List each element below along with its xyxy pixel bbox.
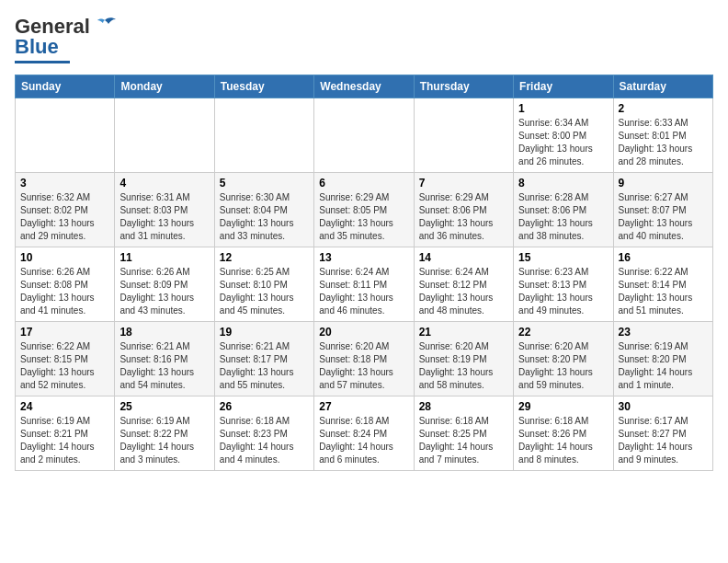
day-number: 19 xyxy=(220,326,309,339)
day-info: Sunrise: 6:26 AM Sunset: 8:09 PM Dayligh… xyxy=(119,266,209,317)
day-info: Sunrise: 6:32 AM Sunset: 8:02 PM Dayligh… xyxy=(20,191,109,243)
calendar-week-row: 17Sunrise: 6:22 AM Sunset: 8:15 PM Dayli… xyxy=(16,322,713,396)
calendar-cell: 4Sunrise: 6:31 AM Sunset: 8:03 PM Daylig… xyxy=(115,173,214,247)
calendar-header-saturday: Saturday xyxy=(613,75,712,98)
calendar-cell: 15Sunrise: 6:23 AM Sunset: 8:13 PM Dayli… xyxy=(514,247,613,322)
day-number: 21 xyxy=(419,326,508,339)
calendar-week-row: 1Sunrise: 6:34 AM Sunset: 8:00 PM Daylig… xyxy=(16,98,713,173)
day-info: Sunrise: 6:22 AM Sunset: 8:14 PM Dayligh… xyxy=(619,266,708,317)
calendar-header-thursday: Thursday xyxy=(414,75,513,98)
day-number: 4 xyxy=(119,177,209,190)
calendar-cell: 23Sunrise: 6:19 AM Sunset: 8:20 PM Dayli… xyxy=(613,322,712,396)
day-number: 6 xyxy=(319,177,408,190)
day-number: 23 xyxy=(619,326,708,339)
day-info: Sunrise: 6:33 AM Sunset: 8:01 PM Dayligh… xyxy=(619,117,708,168)
calendar-cell: 17Sunrise: 6:22 AM Sunset: 8:15 PM Dayli… xyxy=(16,322,115,396)
day-info: Sunrise: 6:19 AM Sunset: 8:22 PM Dayligh… xyxy=(119,415,209,466)
day-number: 27 xyxy=(319,400,408,413)
day-number: 25 xyxy=(119,400,209,413)
day-number: 24 xyxy=(20,400,109,413)
calendar-cell: 13Sunrise: 6:24 AM Sunset: 8:11 PM Dayli… xyxy=(314,247,414,322)
calendar-cell xyxy=(314,98,414,173)
day-info: Sunrise: 6:21 AM Sunset: 8:16 PM Dayligh… xyxy=(119,340,209,392)
day-info: Sunrise: 6:24 AM Sunset: 8:11 PM Dayligh… xyxy=(319,266,408,317)
calendar-cell: 30Sunrise: 6:17 AM Sunset: 8:27 PM Dayli… xyxy=(613,396,712,471)
day-number: 18 xyxy=(119,326,209,339)
calendar-cell: 14Sunrise: 6:24 AM Sunset: 8:12 PM Dayli… xyxy=(414,247,513,322)
calendar-cell: 28Sunrise: 6:18 AM Sunset: 8:25 PM Dayli… xyxy=(414,396,513,471)
day-number: 11 xyxy=(119,251,209,264)
day-info: Sunrise: 6:30 AM Sunset: 8:04 PM Dayligh… xyxy=(220,191,309,243)
day-number: 20 xyxy=(319,326,408,339)
calendar-cell: 24Sunrise: 6:19 AM Sunset: 8:21 PM Dayli… xyxy=(16,396,115,471)
logo-underline xyxy=(15,61,70,63)
calendar-week-row: 10Sunrise: 6:26 AM Sunset: 8:08 PM Dayli… xyxy=(16,247,713,322)
calendar-cell xyxy=(16,98,115,173)
calendar-cell: 8Sunrise: 6:28 AM Sunset: 8:06 PM Daylig… xyxy=(514,173,613,247)
calendar-cell: 10Sunrise: 6:26 AM Sunset: 8:08 PM Dayli… xyxy=(16,247,115,322)
calendar-week-row: 3Sunrise: 6:32 AM Sunset: 8:02 PM Daylig… xyxy=(16,173,713,247)
day-number: 29 xyxy=(518,400,608,413)
calendar-table: SundayMondayTuesdayWednesdayThursdayFrid… xyxy=(15,75,713,471)
day-number: 28 xyxy=(419,400,508,413)
day-number: 5 xyxy=(220,177,309,190)
day-info: Sunrise: 6:20 AM Sunset: 8:18 PM Dayligh… xyxy=(319,340,408,392)
calendar-cell xyxy=(214,98,313,173)
day-number: 22 xyxy=(518,326,608,339)
day-info: Sunrise: 6:19 AM Sunset: 8:21 PM Dayligh… xyxy=(20,415,109,466)
day-info: Sunrise: 6:27 AM Sunset: 8:07 PM Dayligh… xyxy=(619,191,708,243)
logo-blue: Blue xyxy=(15,35,59,59)
calendar-header-friday: Friday xyxy=(514,75,613,98)
calendar-cell xyxy=(115,98,214,173)
calendar-cell: 2Sunrise: 6:33 AM Sunset: 8:01 PM Daylig… xyxy=(613,98,712,173)
calendar-cell: 18Sunrise: 6:21 AM Sunset: 8:16 PM Dayli… xyxy=(115,322,214,396)
calendar-header-sunday: Sunday xyxy=(16,75,115,98)
day-info: Sunrise: 6:19 AM Sunset: 8:20 PM Dayligh… xyxy=(619,340,708,392)
calendar-cell xyxy=(414,98,513,173)
logo: General Blue xyxy=(15,15,118,63)
calendar-cell: 21Sunrise: 6:20 AM Sunset: 8:19 PM Dayli… xyxy=(414,322,513,396)
day-number: 2 xyxy=(619,102,708,115)
day-info: Sunrise: 6:22 AM Sunset: 8:15 PM Dayligh… xyxy=(20,340,109,392)
logo-bird-icon xyxy=(92,17,118,37)
day-number: 7 xyxy=(419,177,508,190)
calendar-cell: 1Sunrise: 6:34 AM Sunset: 8:00 PM Daylig… xyxy=(514,98,613,173)
calendar-cell: 6Sunrise: 6:29 AM Sunset: 8:05 PM Daylig… xyxy=(314,173,414,247)
day-number: 3 xyxy=(20,177,109,190)
calendar-cell: 3Sunrise: 6:32 AM Sunset: 8:02 PM Daylig… xyxy=(16,173,115,247)
calendar-cell: 7Sunrise: 6:29 AM Sunset: 8:06 PM Daylig… xyxy=(414,173,513,247)
day-info: Sunrise: 6:29 AM Sunset: 8:06 PM Dayligh… xyxy=(419,191,508,243)
day-info: Sunrise: 6:18 AM Sunset: 8:26 PM Dayligh… xyxy=(518,415,608,466)
day-info: Sunrise: 6:17 AM Sunset: 8:27 PM Dayligh… xyxy=(619,415,708,466)
day-number: 15 xyxy=(518,251,608,264)
calendar-cell: 11Sunrise: 6:26 AM Sunset: 8:09 PM Dayli… xyxy=(115,247,214,322)
day-info: Sunrise: 6:18 AM Sunset: 8:23 PM Dayligh… xyxy=(220,415,309,466)
day-info: Sunrise: 6:26 AM Sunset: 8:08 PM Dayligh… xyxy=(20,266,109,317)
calendar-cell: 5Sunrise: 6:30 AM Sunset: 8:04 PM Daylig… xyxy=(214,173,313,247)
calendar-cell: 22Sunrise: 6:20 AM Sunset: 8:20 PM Dayli… xyxy=(514,322,613,396)
calendar-header-tuesday: Tuesday xyxy=(214,75,313,98)
calendar-cell: 16Sunrise: 6:22 AM Sunset: 8:14 PM Dayli… xyxy=(613,247,712,322)
day-number: 13 xyxy=(319,251,408,264)
day-info: Sunrise: 6:21 AM Sunset: 8:17 PM Dayligh… xyxy=(220,340,309,392)
day-info: Sunrise: 6:24 AM Sunset: 8:12 PM Dayligh… xyxy=(419,266,508,317)
day-number: 26 xyxy=(220,400,309,413)
calendar-cell: 19Sunrise: 6:21 AM Sunset: 8:17 PM Dayli… xyxy=(214,322,313,396)
day-number: 30 xyxy=(619,400,708,413)
day-info: Sunrise: 6:28 AM Sunset: 8:06 PM Dayligh… xyxy=(518,191,608,243)
calendar-cell: 26Sunrise: 6:18 AM Sunset: 8:23 PM Dayli… xyxy=(214,396,313,471)
calendar-cell: 9Sunrise: 6:27 AM Sunset: 8:07 PM Daylig… xyxy=(613,173,712,247)
day-number: 16 xyxy=(619,251,708,264)
day-info: Sunrise: 6:20 AM Sunset: 8:20 PM Dayligh… xyxy=(518,340,608,392)
calendar-cell: 25Sunrise: 6:19 AM Sunset: 8:22 PM Dayli… xyxy=(115,396,214,471)
day-info: Sunrise: 6:31 AM Sunset: 8:03 PM Dayligh… xyxy=(119,191,209,243)
day-info: Sunrise: 6:34 AM Sunset: 8:00 PM Dayligh… xyxy=(518,117,608,168)
calendar-header-row: SundayMondayTuesdayWednesdayThursdayFrid… xyxy=(16,75,713,98)
calendar-cell: 12Sunrise: 6:25 AM Sunset: 8:10 PM Dayli… xyxy=(214,247,313,322)
day-info: Sunrise: 6:29 AM Sunset: 8:05 PM Dayligh… xyxy=(319,191,408,243)
day-number: 1 xyxy=(518,102,608,115)
day-number: 14 xyxy=(419,251,508,264)
day-number: 8 xyxy=(518,177,608,190)
day-number: 10 xyxy=(20,251,109,264)
calendar-cell: 27Sunrise: 6:18 AM Sunset: 8:24 PM Dayli… xyxy=(314,396,414,471)
